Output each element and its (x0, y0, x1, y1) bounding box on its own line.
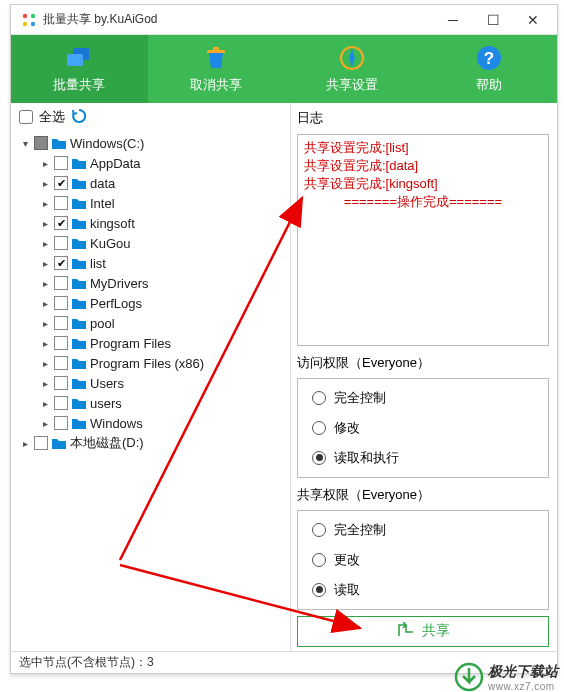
tree-row[interactable]: ▸ list (15, 253, 286, 273)
expander-icon[interactable]: ▸ (39, 238, 51, 249)
access-perm-label: 访问权限（Everyone） (297, 354, 549, 372)
tree-label: KuGou (90, 236, 130, 251)
tree-checkbox[interactable] (54, 356, 68, 370)
tree-checkbox[interactable] (54, 216, 68, 230)
folder-tree[interactable]: ▾ Windows(C:) ▸ AppData▸ data▸ Intel▸ ki… (11, 131, 290, 651)
radio-icon[interactable] (312, 391, 326, 405)
radio-icon[interactable] (312, 583, 326, 597)
tree-label: AppData (90, 156, 141, 171)
tree-checkbox[interactable] (54, 176, 68, 190)
tree-label: Program Files (x86) (90, 356, 204, 371)
toolbar: 批量共享 取消共享 共享设置 ? 帮助 (11, 35, 557, 103)
refresh-icon[interactable] (71, 108, 87, 127)
tree-row[interactable]: ▸ Intel (15, 193, 286, 213)
close-button[interactable]: ✕ (513, 6, 553, 34)
window-controls: ─ ☐ ✕ (433, 6, 553, 34)
expander-icon[interactable]: ▸ (39, 318, 51, 329)
tree-checkbox[interactable] (54, 256, 68, 270)
expander-icon[interactable]: ▸ (39, 258, 51, 269)
expander-icon[interactable]: ▸ (39, 158, 51, 169)
share-perm-option[interactable]: 读取 (312, 581, 534, 599)
tree-label: PerfLogs (90, 296, 142, 311)
radio-icon[interactable] (312, 451, 326, 465)
expander-icon[interactable]: ▸ (19, 438, 31, 449)
share-perm-option[interactable]: 完全控制 (312, 521, 534, 539)
tree-checkbox[interactable] (34, 136, 48, 150)
app-window: 批量共享 by.KuAiGod ─ ☐ ✕ 批量共享 取消共享 共享设置 (10, 4, 558, 674)
tree-checkbox[interactable] (54, 336, 68, 350)
folder-icon (71, 316, 87, 330)
tree-label: pool (90, 316, 115, 331)
folder-icon (71, 356, 87, 370)
tree-checkbox[interactable] (34, 436, 48, 450)
tree-checkbox[interactable] (54, 316, 68, 330)
share-perm-option[interactable]: 更改 (312, 551, 534, 569)
expander-icon[interactable]: ▸ (39, 218, 51, 229)
minimize-button[interactable]: ─ (433, 6, 473, 34)
svg-point-1 (31, 13, 35, 17)
maximize-button[interactable]: ☐ (473, 6, 513, 34)
folder-icon (71, 396, 87, 410)
expander-icon[interactable]: ▸ (39, 398, 51, 409)
radio-icon[interactable] (312, 421, 326, 435)
tree-row[interactable]: ▸ Program Files (15, 333, 286, 353)
tree-checkbox[interactable] (54, 416, 68, 430)
expander-icon[interactable]: ▸ (39, 378, 51, 389)
toolbar-label: 取消共享 (190, 76, 242, 94)
expander-icon[interactable]: ▸ (39, 198, 51, 209)
expander-icon[interactable]: ▸ (39, 418, 51, 429)
tree-root-row[interactable]: ▾ Windows(C:) (15, 133, 286, 153)
tree-row[interactable]: ▸ Windows (15, 413, 286, 433)
folder-icon (71, 376, 87, 390)
tree-row[interactable]: ▸ PerfLogs (15, 293, 286, 313)
svg-rect-6 (207, 50, 225, 53)
toolbar-cancel-share[interactable]: 取消共享 (148, 35, 285, 103)
expander-icon[interactable]: ▸ (39, 338, 51, 349)
folder-icon (71, 236, 87, 250)
tree-row[interactable]: ▸ kingsoft (15, 213, 286, 233)
radio-icon[interactable] (312, 553, 326, 567)
radio-icon[interactable] (312, 523, 326, 537)
trash-icon (202, 44, 230, 72)
log-line: 共享设置完成:[list] (304, 139, 542, 157)
tree-row[interactable]: ▸ pool (15, 313, 286, 333)
share-icon (396, 622, 414, 641)
left-pane: 全选 ▾ Windows(C:) ▸ AppData▸ data▸ Intel▸… (11, 103, 291, 651)
tree-checkbox[interactable] (54, 196, 68, 210)
tree-drive-row[interactable]: ▸ 本地磁盘(D:) (15, 433, 286, 453)
tree-checkbox[interactable] (54, 156, 68, 170)
access-perm-option[interactable]: 完全控制 (312, 389, 534, 407)
help-icon: ? (475, 44, 503, 72)
expander-icon[interactable]: ▸ (39, 298, 51, 309)
tree-row[interactable]: ▸ AppData (15, 153, 286, 173)
tree-row[interactable]: ▸ users (15, 393, 286, 413)
tree-row[interactable]: ▸ data (15, 173, 286, 193)
drive-icon (51, 136, 67, 150)
tree-label: users (90, 396, 122, 411)
log-box: 共享设置完成:[list] 共享设置完成:[data] 共享设置完成:[king… (297, 134, 549, 346)
folder-icon (71, 256, 87, 270)
expander-icon[interactable]: ▸ (39, 358, 51, 369)
folder-icon (71, 416, 87, 430)
toolbar-help[interactable]: ? 帮助 (421, 35, 558, 103)
tree-row[interactable]: ▸ MyDrivers (15, 273, 286, 293)
tree-row[interactable]: ▸ Program Files (x86) (15, 353, 286, 373)
toolbar-batch-share[interactable]: 批量共享 (11, 35, 148, 103)
expander-icon[interactable]: ▾ (19, 138, 31, 149)
select-all-checkbox[interactable] (19, 110, 33, 124)
tree-label: Program Files (90, 336, 171, 351)
access-perm-option[interactable]: 修改 (312, 419, 534, 437)
tree-checkbox[interactable] (54, 276, 68, 290)
tree-checkbox[interactable] (54, 396, 68, 410)
toolbar-share-settings[interactable]: 共享设置 (284, 35, 421, 103)
share-button[interactable]: 共享 (297, 616, 549, 647)
expander-icon[interactable]: ▸ (39, 178, 51, 189)
tree-row[interactable]: ▸ KuGou (15, 233, 286, 253)
tree-checkbox[interactable] (54, 296, 68, 310)
expander-icon[interactable]: ▸ (39, 278, 51, 289)
folder-icon (71, 176, 87, 190)
tree-checkbox[interactable] (54, 376, 68, 390)
tree-row[interactable]: ▸ Users (15, 373, 286, 393)
access-perm-option[interactable]: 读取和执行 (312, 449, 534, 467)
tree-checkbox[interactable] (54, 236, 68, 250)
